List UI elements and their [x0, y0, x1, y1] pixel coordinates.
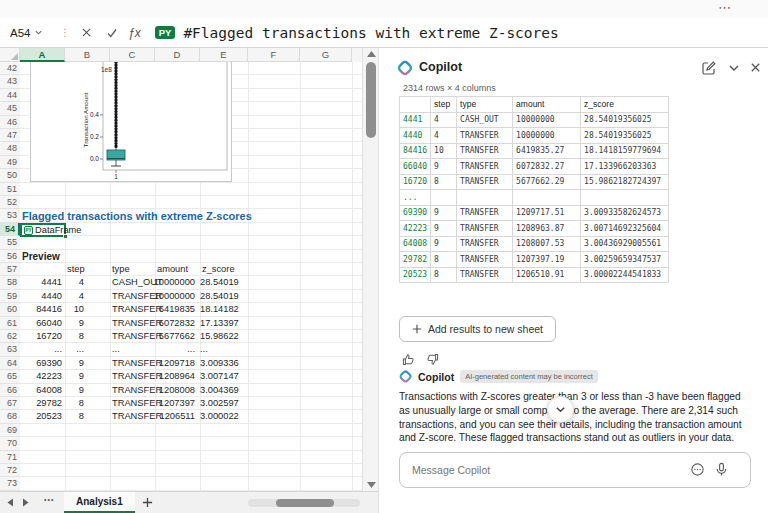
grid-cell[interactable]: 4	[64, 276, 84, 289]
row-header-68[interactable]: 68	[0, 410, 20, 423]
grid-cell[interactable]: 29782	[20, 397, 62, 410]
row-header-47[interactable]: 47	[0, 129, 20, 142]
cell-a53-title[interactable]: Flagged transactions with extreme Z-scor…	[22, 209, 252, 223]
row-header-66[interactable]: 66	[0, 384, 20, 397]
row-header-62[interactable]: 62	[0, 330, 20, 343]
selection-fill-handle[interactable]	[63, 234, 68, 239]
grid-cell[interactable]: 9	[64, 370, 84, 383]
grid-cell[interactable]: 4	[64, 290, 84, 303]
preview-column-header[interactable]: step	[67, 263, 111, 276]
grid-cell[interactable]: 20523	[20, 410, 62, 423]
grid-cell[interactable]: 3.007147	[200, 370, 260, 383]
grid-cell[interactable]: 28.54019	[200, 276, 260, 289]
cancel-icon[interactable]	[76, 23, 96, 43]
embedded-boxplot-chart[interactable]: 1e8 0.4 0.2 0.0 Transaction Amount 1	[30, 62, 232, 182]
row-header-50[interactable]: 50	[0, 169, 20, 182]
row-header-69[interactable]: 69	[0, 424, 20, 437]
preview-column-header[interactable]: z_score	[202, 263, 246, 276]
row-header-61[interactable]: 61	[0, 317, 20, 330]
grid-cell[interactable]: 42223	[20, 370, 62, 383]
vertical-scrollbar[interactable]	[362, 48, 378, 491]
scroll-down-icon[interactable]	[367, 482, 376, 488]
formula-input[interactable]: #Flagged transactions with extreme Z-sco…	[183, 25, 558, 41]
grid-cell[interactable]: ...	[64, 343, 84, 356]
grid-cell[interactable]: 1206511	[149, 410, 195, 423]
cell-a56-preview-label[interactable]: Preview	[22, 250, 60, 263]
grid-cell[interactable]: 69390	[20, 357, 62, 370]
grid-cell[interactable]: 84416	[20, 303, 62, 316]
name-box-splitter[interactable]: ⋮	[60, 27, 70, 38]
sheet-nav-right-icon[interactable]	[22, 498, 30, 507]
grid-cell[interactable]: 1207397	[149, 397, 195, 410]
sheet-nav-left-icon[interactable]	[6, 498, 14, 507]
grid-cell[interactable]: 9	[64, 357, 84, 370]
column-header-C[interactable]: C	[110, 48, 155, 62]
selected-cell-a54[interactable]: PY DataFrame	[20, 223, 66, 237]
row-header-51[interactable]: 51	[0, 183, 20, 196]
select-all-corner[interactable]	[0, 48, 20, 62]
grid-cell[interactable]: ...	[200, 343, 260, 356]
grid-cell[interactable]: 15.98622	[200, 330, 260, 343]
grid-cell[interactable]: ...	[149, 343, 195, 356]
grid-cell[interactable]: 3.004369	[200, 384, 260, 397]
row-header-45[interactable]: 45	[0, 102, 20, 115]
row-header-70[interactable]: 70	[0, 437, 20, 450]
sheet-tab-analysis1[interactable]: Analysis1	[64, 492, 135, 513]
grid-cell[interactable]: 10000000	[149, 290, 195, 303]
grid-cell[interactable]: 10	[64, 303, 84, 316]
grid-cell[interactable]: 8	[64, 397, 84, 410]
preview-column-header[interactable]: amount	[157, 263, 201, 276]
row-header-42[interactable]: 42	[0, 62, 20, 75]
grid-cell[interactable]: 6419835	[149, 303, 195, 316]
thumbs-up-icon[interactable]	[399, 350, 417, 368]
grid-cell[interactable]: 66040	[20, 317, 62, 330]
row-header-67[interactable]: 67	[0, 397, 20, 410]
window-more-icon[interactable]: ⋯	[718, 0, 732, 15]
grid-cell[interactable]: 5677662	[149, 330, 195, 343]
row-header-64[interactable]: 64	[0, 357, 20, 370]
thumbs-down-icon[interactable]	[423, 350, 441, 368]
grid-cell[interactable]: 3.000022	[200, 410, 260, 423]
grid-cell[interactable]: 6072832	[149, 317, 195, 330]
confirm-icon[interactable]	[102, 23, 122, 43]
horizontal-scrollbar[interactable]	[248, 499, 360, 507]
add-sheet-icon[interactable]	[142, 497, 153, 508]
row-header-63[interactable]: 63	[0, 343, 20, 356]
row-header-48[interactable]: 48	[0, 142, 20, 155]
column-header-D[interactable]: D	[155, 48, 200, 62]
horizontal-scrollbar-thumb[interactable]	[276, 499, 334, 507]
row-header-57[interactable]: 57	[0, 263, 20, 276]
grid-cell[interactable]: 3.002597	[200, 397, 260, 410]
grid-cell[interactable]: 8	[64, 330, 84, 343]
scroll-up-icon[interactable]	[367, 51, 376, 57]
grid-cell[interactable]: 1209718	[149, 357, 195, 370]
row-header-71[interactable]: 71	[0, 451, 20, 464]
row-header-46[interactable]: 46	[0, 116, 20, 129]
row-header-59[interactable]: 59	[0, 290, 20, 303]
grid-cell[interactable]: 17.13397	[200, 317, 260, 330]
row-header-54[interactable]: 54	[0, 223, 20, 236]
row-header-53[interactable]: 53	[0, 209, 20, 222]
grid-cell[interactable]: 64008	[20, 384, 62, 397]
row-header-55[interactable]: 55	[0, 236, 20, 249]
preview-column-header[interactable]: type	[112, 263, 156, 276]
row-header-44[interactable]: 44	[0, 89, 20, 102]
options-icon[interactable]	[690, 462, 705, 477]
grid-cell[interactable]: 8	[64, 410, 84, 423]
name-box[interactable]: A54	[0, 27, 58, 39]
vertical-scrollbar-thumb[interactable]	[366, 62, 376, 138]
row-header-58[interactable]: 58	[0, 276, 20, 289]
column-header-E[interactable]: E	[200, 48, 248, 62]
row-header-73[interactable]: 73	[0, 477, 20, 490]
microphone-icon[interactable]	[714, 462, 729, 477]
grid-cell[interactable]: 1208964	[149, 370, 195, 383]
grid-cell[interactable]: 9	[64, 384, 84, 397]
chevron-down-icon[interactable]	[727, 61, 741, 75]
grid-cell[interactable]: 28.54019	[200, 290, 260, 303]
row-header-49[interactable]: 49	[0, 156, 20, 169]
row-header-56[interactable]: 56	[0, 250, 20, 263]
grid-cell[interactable]: 4441	[20, 276, 62, 289]
grid-cell[interactable]: 1208008	[149, 384, 195, 397]
row-header-52[interactable]: 52	[0, 196, 20, 209]
grid-cell[interactable]: 3.009336	[200, 357, 260, 370]
